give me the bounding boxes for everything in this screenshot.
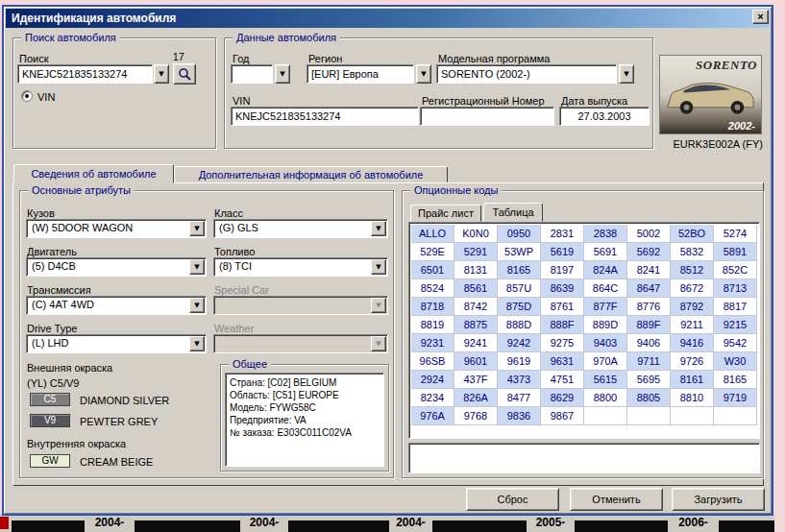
option-code-cell[interactable]: 8792: [671, 298, 714, 316]
option-code-cell[interactable]: 8234: [411, 389, 454, 407]
reg-number-field[interactable]: [420, 107, 554, 126]
option-code-cell[interactable]: 9403: [584, 334, 627, 352]
option-code-cell[interactable]: 8776: [627, 298, 671, 316]
option-code-cell[interactable]: 4373: [498, 371, 541, 389]
option-code-cell[interactable]: 5692: [627, 243, 671, 261]
tab-price-list[interactable]: Прайс лист: [410, 205, 481, 222]
option-code-cell[interactable]: 9211: [671, 316, 714, 334]
option-code-cell[interactable]: 9619: [498, 352, 541, 371]
tab-additional-info[interactable]: Дополнительная информация об автомобиле: [174, 166, 448, 182]
option-code-cell[interactable]: 8718: [411, 298, 454, 316]
option-code-cell[interactable]: 53WP: [498, 243, 541, 261]
option-code-cell[interactable]: 9406: [627, 334, 671, 352]
option-code-cell[interactable]: 9542: [714, 334, 757, 352]
fuel-combo-arrow-icon[interactable]: ▼: [371, 259, 386, 275]
option-code-cell[interactable]: 9601: [454, 352, 498, 371]
model-program-field[interactable]: [436, 64, 617, 84]
tab-table[interactable]: Таблица: [483, 203, 543, 222]
option-code-cell[interactable]: 52BO: [671, 225, 714, 243]
option-code-cell[interactable]: 8805: [627, 389, 671, 407]
region-field[interactable]: [307, 64, 414, 84]
option-code-cell[interactable]: 5695: [627, 371, 671, 389]
option-code-cell[interactable]: 8742: [454, 298, 498, 316]
option-code-cell[interactable]: 8639: [541, 279, 584, 298]
engine-combo[interactable]: (5) D4CB ▼: [26, 257, 207, 277]
option-code-cell[interactable]: 6501: [411, 261, 454, 279]
option-code-cell[interactable]: 8810: [671, 389, 714, 407]
option-code-cell[interactable]: 5615: [584, 371, 627, 389]
option-code-cell[interactable]: 8819: [411, 316, 454, 334]
option-code-cell[interactable]: 8672: [671, 279, 714, 298]
option-code-cell[interactable]: [627, 407, 671, 425]
option-code-cell[interactable]: 8477: [498, 389, 541, 407]
option-code-cell[interactable]: 8197: [541, 261, 584, 279]
option-code-cell[interactable]: 8761: [541, 298, 584, 316]
option-code-cell[interactable]: 8561: [454, 279, 498, 298]
option-code-cell[interactable]: 9836: [498, 407, 541, 425]
drive-type-combo-arrow-icon[interactable]: ▼: [189, 336, 205, 351]
search-button[interactable]: [173, 63, 196, 85]
option-code-cell[interactable]: 8241: [627, 261, 671, 279]
body-combo[interactable]: (W) 5DOOR WAGON ▼: [26, 219, 207, 238]
option-code-cell[interactable]: 9631: [541, 352, 584, 371]
option-code-cell[interactable]: 8647: [627, 279, 671, 298]
option-code-cell[interactable]: 8165: [498, 261, 541, 279]
option-code-cell[interactable]: 9726: [671, 352, 714, 371]
option-code-cell[interactable]: 9768: [454, 407, 498, 425]
option-code-cell[interactable]: 852C: [714, 261, 757, 279]
option-code-cell[interactable]: 888F: [541, 316, 584, 334]
option-code-cell[interactable]: ALLO: [411, 225, 454, 243]
model-program-dropdown-button[interactable]: ▼: [619, 64, 634, 84]
option-code-cell[interactable]: W30: [714, 352, 757, 371]
option-code-cell[interactable]: 976A: [411, 407, 454, 425]
option-code-cell[interactable]: 9719: [714, 389, 757, 407]
close-button[interactable]: ×: [752, 10, 769, 24]
option-code-cell[interactable]: 5002: [627, 225, 671, 243]
option-code-cell[interactable]: 8161: [671, 371, 714, 389]
option-code-cell[interactable]: 826A: [454, 389, 498, 407]
option-code-cell[interactable]: 5291: [454, 243, 498, 261]
option-code-cell[interactable]: 9231: [411, 334, 454, 352]
option-code-cell[interactable]: 888D: [498, 316, 541, 334]
option-code-cell[interactable]: [584, 407, 627, 425]
cancel-button[interactable]: Отменить: [570, 488, 663, 511]
option-code-cell[interactable]: 889D: [584, 316, 627, 334]
option-code-cell[interactable]: K0N0: [454, 225, 498, 243]
option-code-cell[interactable]: 5691: [584, 243, 627, 261]
search-dropdown-button[interactable]: ▼: [154, 64, 169, 84]
option-code-cell[interactable]: 2831: [541, 225, 584, 243]
option-code-cell[interactable]: 970A: [584, 352, 627, 371]
body-combo-arrow-icon[interactable]: ▼: [189, 221, 205, 236]
option-code-cell[interactable]: 877F: [584, 298, 627, 316]
vin-field[interactable]: [231, 107, 419, 126]
option-code-cell[interactable]: 9416: [671, 334, 714, 352]
vin-radio[interactable]: [21, 90, 33, 102]
transmission-combo-arrow-icon[interactable]: ▼: [189, 298, 205, 313]
option-code-cell[interactable]: 9867: [541, 407, 584, 425]
option-code-cell[interactable]: 8713: [714, 279, 757, 298]
option-code-cell[interactable]: 8800: [584, 389, 627, 407]
class-combo[interactable]: (G) GLS ▼: [213, 219, 388, 238]
region-dropdown-button[interactable]: ▼: [416, 64, 431, 84]
option-code-cell[interactable]: [671, 407, 714, 425]
drive-type-combo[interactable]: (L) LHD ▼: [26, 334, 207, 353]
option-code-cell[interactable]: 2924: [411, 371, 454, 389]
option-code-cell[interactable]: [714, 407, 757, 425]
year-field[interactable]: [231, 64, 273, 84]
option-code-cell[interactable]: 0950: [498, 225, 541, 243]
class-combo-arrow-icon[interactable]: ▼: [371, 221, 386, 236]
option-code-cell[interactable]: 8629: [541, 389, 584, 407]
option-code-cell[interactable]: 5274: [714, 225, 757, 243]
search-input[interactable]: [17, 64, 153, 84]
option-code-cell[interactable]: 875D: [498, 298, 541, 316]
engine-combo-arrow-icon[interactable]: ▼: [189, 259, 205, 275]
option-code-cell[interactable]: 2838: [584, 225, 627, 243]
option-code-cell[interactable]: 889F: [627, 316, 671, 334]
option-code-cell[interactable]: 8131: [454, 261, 498, 279]
option-code-cell[interactable]: 9215: [714, 316, 757, 334]
option-code-cell[interactable]: 5619: [541, 243, 584, 261]
option-code-cell[interactable]: 96SB: [411, 352, 454, 371]
load-button[interactable]: Загрузить: [672, 488, 765, 511]
option-code-cell[interactable]: 8524: [411, 279, 454, 298]
option-code-cell[interactable]: 4751: [541, 371, 584, 389]
